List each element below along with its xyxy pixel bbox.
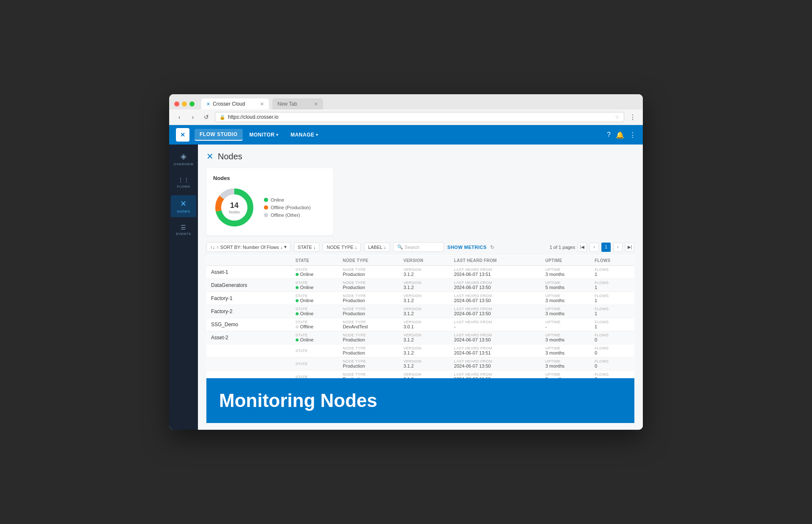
sidebar-item-nodes[interactable]: ✕ NODES [171, 195, 196, 217]
legend-label-offline-other: Offline (Other) [271, 213, 300, 218]
node-uptime-cell: Uptime 3 months [541, 305, 590, 318]
col-flows: Flows [590, 256, 634, 266]
back-button[interactable]: ‹ [174, 112, 184, 122]
nav-tab-monitor[interactable]: MONITOR ▾ [244, 129, 284, 140]
new-tab[interactable]: New Tab ✕ [272, 98, 323, 109]
col-name [207, 256, 291, 266]
reload-button[interactable]: ↺ [201, 112, 211, 122]
show-metrics-label: SHOW METRICS [447, 245, 487, 250]
lock-icon: 🔒 [219, 115, 225, 120]
node-name-cell: Factory-2 [207, 305, 291, 318]
maximize-traffic-light[interactable] [189, 101, 195, 106]
table-row[interactable]: Factory-2 State Online Node Type Product… [207, 305, 634, 318]
table-row[interactable]: Factory-1 State Online Node Type Product… [207, 292, 634, 305]
pagination: 1 of 1 pages |◀ ‹ 1 › ▶| [549, 243, 634, 252]
legend-offline-other: Offline (Other) [264, 213, 311, 218]
node-name-cell: Factory-1 [207, 292, 291, 305]
legend-label-online: Online [271, 197, 284, 202]
node-name-cell [207, 358, 291, 371]
col-uptime: Uptime [541, 256, 590, 266]
overview-icon: ◈ [181, 152, 187, 161]
legend-dot-offline-other [264, 213, 268, 217]
table-row[interactable]: Asset-2 State Online Node Type Productio… [207, 331, 634, 344]
active-tab[interactable]: ✕ Crosser Cloud ✕ [201, 98, 269, 109]
tab-label: Crosser Cloud [213, 101, 245, 107]
pagination-next[interactable]: › [613, 243, 623, 252]
search-box[interactable]: 🔍 Search [393, 242, 444, 252]
col-node-type: Node Type [338, 256, 399, 266]
browser-window: ✕ Crosser Cloud ✕ New Tab ✕ ‹ › ↺ 🔒 http… [169, 94, 643, 430]
table-header-row: State Node Type Version Last heard from … [207, 256, 634, 266]
node-type-cell: Node Type Production [338, 279, 399, 292]
node-name-cell: Asset-2 [207, 331, 291, 344]
node-version-cell: Version 3.1.2 [399, 279, 450, 292]
node-flows-cell: Flows 0 [590, 358, 634, 371]
pagination-current[interactable]: 1 [601, 243, 611, 252]
sidebar-item-events[interactable]: ☰ EVENTS [171, 219, 196, 241]
table-row[interactable]: SSG_Demo State Offline Node Type DevAndT… [207, 318, 634, 331]
node-version-cell: Version 3.0.1 [399, 318, 450, 331]
topnav-menu-icon[interactable]: ⋮ [629, 131, 636, 139]
manage-label: MANAGE [291, 132, 314, 138]
node-type-filter-button[interactable]: NODE TYPE ↓ [323, 243, 361, 252]
browser-menu-button[interactable]: ⋮ [628, 112, 638, 122]
pagination-prev[interactable]: ‹ [590, 243, 599, 252]
donut-center: 14 Nodes [229, 201, 240, 214]
bookmark-icon[interactable]: ☆ [615, 114, 620, 120]
nav-tab-manage[interactable]: MANAGE ▾ [285, 129, 324, 140]
tab-close-button[interactable]: ✕ [260, 101, 264, 107]
node-last-heard-cell: Last heard from 2024-06-07 13:51 [450, 344, 541, 358]
node-last-heard-cell: Last heard from 2024-06-07 13:50 [450, 358, 541, 371]
close-traffic-light[interactable] [174, 101, 179, 106]
sidebar-item-overview[interactable]: ◈ OVERVIEW [171, 148, 196, 170]
node-uptime-cell: Uptime 3 months [541, 266, 590, 279]
state-dot-icon [296, 286, 299, 289]
donut-chart: 14 Nodes [213, 186, 255, 229]
table-row[interactable]: State Node Type Production Version 3.1.2… [207, 344, 634, 358]
node-flows-cell: Flows 0 [590, 331, 634, 344]
notifications-icon[interactable]: 🔔 [616, 131, 624, 139]
node-flows-cell: Flows 1 [590, 279, 634, 292]
legend-dot-online [264, 198, 268, 202]
pagination-last[interactable]: ▶| [625, 243, 634, 252]
topnav-right: ? 🔔 ⋮ [607, 131, 636, 139]
refresh-button[interactable]: ↻ [490, 244, 494, 250]
new-tab-close-button[interactable]: ✕ [314, 101, 318, 107]
sidebar-item-flows[interactable]: ⋮⋮ FLOWS [171, 172, 196, 194]
label-filter-button[interactable]: LABEL ↓ [364, 243, 390, 252]
node-name-cell: SSG_Demo [207, 318, 291, 331]
node-state-cell: State Online [291, 279, 339, 292]
node-version-cell: Version 3.1.2 [399, 344, 450, 358]
table-row[interactable]: DataGenerators State Online Node Type Pr… [207, 279, 634, 292]
legend-offline-prod: Offline (Production) [264, 205, 311, 210]
pagination-first[interactable]: |◀ [578, 243, 587, 252]
page-title-icon: ✕ [206, 151, 214, 161]
nodes-icon: ✕ [180, 199, 187, 208]
browser-titlebar: ✕ Crosser Cloud ✕ New Tab ✕ [169, 94, 643, 109]
address-bar[interactable]: 🔒 https://cloud.crosser.io ☆ [215, 112, 624, 122]
sort-icon: ↑↓ [210, 245, 215, 250]
show-metrics-button[interactable]: SHOW METRICS [447, 245, 487, 250]
nodes-label: NODES [177, 210, 190, 213]
app-body: ◈ OVERVIEW ⋮⋮ FLOWS ✕ NODES ☰ EVENTS [169, 145, 643, 430]
node-flows-cell: Flows 0 [590, 344, 634, 358]
node-name-cell: DataGenerators [207, 279, 291, 292]
help-icon[interactable]: ? [607, 131, 611, 139]
node-last-heard-cell: Last heard from 2024-06-07 13:50 [450, 292, 541, 305]
state-filter-label: STATE ↓ [298, 245, 315, 250]
table-row[interactable]: State Node Type Production Version 3.1.2… [207, 358, 634, 371]
node-state-cell: State [291, 358, 339, 371]
forward-button[interactable]: › [188, 112, 198, 122]
sort-by-button[interactable]: ↑↓ ↑ SORT BY: Number Of Flows ↓ ▾ [206, 242, 291, 252]
node-uptime-cell: Uptime 3 months [541, 344, 590, 358]
flow-studio-label: FLOW STUDIO [200, 131, 238, 137]
monitoring-banner: Monitoring Nodes [206, 378, 634, 423]
minimize-traffic-light[interactable] [182, 101, 187, 106]
state-filter-button[interactable]: STATE ↓ [294, 243, 319, 252]
node-state-cell: State Online [291, 292, 339, 305]
node-type-cell: Node Type Production [338, 292, 399, 305]
donut-label: Nodes [229, 210, 240, 214]
page-title: ✕ Nodes [206, 151, 634, 161]
table-row[interactable]: Asset-1 State Online Node Type Productio… [207, 266, 634, 279]
nav-tab-flow-studio[interactable]: FLOW STUDIO [195, 129, 243, 141]
